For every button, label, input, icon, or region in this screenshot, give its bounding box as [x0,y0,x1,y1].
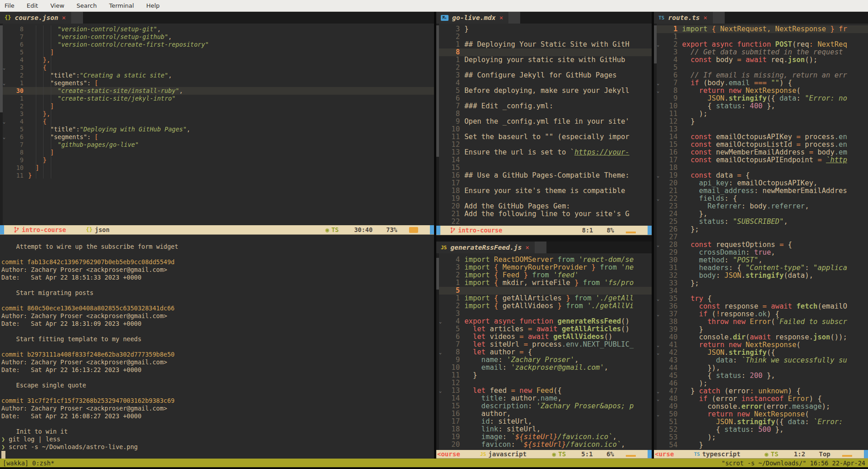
code-line[interactable]: 1import { NextRequest, NextResponse } fr [654,25,868,33]
code-line[interactable]: 6 [436,95,652,102]
code-line[interactable]: ⌄28 const requestOptions = { [654,241,868,249]
code-line[interactable]: 12 [436,141,652,149]
code-line[interactable]: 2 "title":"Creating a static site", [0,72,434,79]
code-line[interactable]: 17 [436,179,652,187]
code-line[interactable]: 33 }; [654,280,868,287]
code-line[interactable]: 53 ); [654,434,868,441]
code-line[interactable]: Date: Sat Apr 22 18:51:33 2023 +0000 [1,274,434,281]
code-line[interactable]: 6 // If email is missing, return an err [654,72,868,79]
code-line[interactable]: 15 [436,164,652,172]
code-line[interactable]: 31 headers: { "Content-type": "applica [654,264,868,272]
code-line[interactable]: ⌄6 "segments": [ [0,133,434,141]
code-line[interactable]: 10 { status: 400 }, [654,102,868,110]
code-line[interactable]: ⌄13 let feed = new Feed({ [436,387,652,395]
code-line[interactable]: 14 [436,156,652,164]
code-line[interactable]: Start fitting template to my needs [1,335,434,343]
code-line[interactable]: 13 [654,126,868,133]
code-line[interactable]: 9Open the _config.yml file in your site' [436,118,652,126]
code-line[interactable]: 16## Use a GitHub Pages-Compatible Theme… [436,172,652,179]
code-line[interactable]: 3 // Get data submitted in the request [654,48,868,56]
code-line[interactable]: 26 }; [654,226,868,233]
code-line[interactable]: 2 [436,64,652,72]
code-line[interactable]: commit fab13c842c13967962907b0eb5eb9cc08… [1,258,434,266]
editor-go-live-mdx[interactable]: 3}21## Deploying Your Static Site with G… [436,24,652,226]
code-line[interactable]: 7 "github-pages/go-live" [0,141,434,149]
code-line[interactable] [1,251,434,258]
code-line[interactable]: 51 JSON.stringify({ data: `Error: [654,418,868,426]
tab-go-live-mdx[interactable]: M↓ go-live.mdx × [436,12,508,24]
code-line[interactable] [1,281,434,289]
code-line[interactable]: 13Ensure the url is set to `https://your… [436,149,652,156]
code-line[interactable] [1,328,434,335]
code-line[interactable]: 22 [436,218,652,226]
code-line[interactable]: ❯ scrot -s ~/Downloads/astro-live.png [1,443,434,451]
code-line[interactable]: ⌄47 } catch (error: unknown) { [654,387,868,395]
code-line[interactable]: 3## Configure Jekyll for GitHub Pages [436,72,652,79]
code-line[interactable]: 5 [436,287,652,295]
code-line[interactable]: 3 [436,310,652,318]
code-line[interactable]: 46 ); [654,380,868,387]
code-line[interactable]: 11 ); [654,110,868,118]
code-line[interactable]: 11 } [436,372,652,379]
code-line[interactable]: 36 const response = await fetch(emailO [654,303,868,310]
scrollbar[interactable] [436,253,439,450]
code-line[interactable]: 1 "create-static-site/jekyl-intro" [0,95,434,102]
scrollbar[interactable] [0,24,3,225]
code-line[interactable]: 17 const emailOctopusAPIEndpoint = `http [654,156,868,164]
tab-route-ts[interactable]: TS route.ts × [654,12,713,24]
code-line[interactable]: 7 let siteUrl = process.env.NEXT_PUBLIC_ [436,341,652,348]
terminal-shell-pane[interactable]: Attempt to wire up the subscribe form wi… [0,235,434,459]
code-line[interactable]: 10 ] [0,164,434,172]
code-line[interactable]: 15 description: 'Zachary Proser&apos; p [436,402,652,410]
code-line[interactable]: ⌄41 return new NextResponse( [654,341,868,349]
code-line[interactable]: 29 crossDomain: true, [654,249,868,256]
code-line[interactable]: 17 id: siteUrl, [436,418,652,425]
editor-course-json[interactable]: 8 "version-control/setup-git",7 "version… [0,24,434,225]
code-line[interactable]: Date: Sat Apr 22 18:31:09 2023 +0000 [1,320,434,328]
code-line[interactable]: 49 console.error(error.message); [654,403,868,411]
code-line[interactable]: ⌄42 JSON.stringify({ [654,349,868,357]
code-line[interactable]: 16 author, [436,410,652,418]
code-line[interactable]: 24 }, [654,210,868,218]
code-line[interactable]: ⌄22 fields: { [654,195,868,203]
code-line[interactable]: 5 let articles = await getAllArticles() [436,325,652,333]
code-line[interactable]: 39 } [654,326,868,334]
code-line[interactable]: 3 }, [0,110,434,118]
code-line[interactable]: 10 email: 'zackproser@gmail.com', [436,364,652,372]
code-line[interactable]: 21 email_address: newMemberEmailAddres [654,187,868,195]
code-line[interactable]: 8 "version-control/setup-git", [0,25,434,33]
code-line[interactable]: ⌄1 "segments": [ [0,79,434,87]
code-line[interactable]: 7 "version-control/setup-github", [0,33,434,41]
code-line[interactable]: 27 [654,233,868,241]
code-line[interactable] [1,389,434,397]
code-line[interactable]: 5 ] [0,48,434,56]
close-icon[interactable]: × [499,14,503,21]
code-line[interactable]: 4 const body = await req.json(); [654,56,868,64]
code-line[interactable]: 1import { mkdir, writeFile } from 'fs/pr… [436,279,652,287]
code-line[interactable]: 9 name: 'Zachary Proser', [436,356,652,364]
tmux-session-window[interactable]: [wakka] 0:zsh* [3,459,54,467]
code-line[interactable]: 9 } [0,156,434,164]
code-line[interactable]: ⌄8 return new NextResponse( [654,87,868,95]
code-line[interactable]: Author: Zachary Proser <zackproser@gmail… [1,405,434,412]
code-line[interactable]: 5Before deploying, make sure your Jekyll [436,87,652,95]
code-line[interactable]: ⌄35 try { [654,295,868,303]
code-line[interactable]: ⌄19 const data = { [654,172,868,179]
code-line[interactable]: ❯ git log | less [1,435,434,443]
code-line[interactable] [1,451,434,459]
code-line[interactable]: Author: Zachary Proser <zackproser@gmail… [1,358,434,366]
code-line[interactable]: 14 const emailOctopusAPIKey = process.en [654,133,868,141]
scrollbar[interactable] [436,24,439,226]
code-line[interactable]: 2import { getAllVideos } from './getAllV… [436,302,652,310]
menu-file[interactable]: File [5,2,15,9]
code-line[interactable]: 52 { status: 500 }, [654,426,868,434]
code-line[interactable]: 6 "version-control/create-first-reposito… [0,41,434,48]
code-line[interactable]: commit 860c50ece1363e0408a802855c6350328… [1,305,434,312]
close-icon[interactable]: × [62,14,65,21]
code-line[interactable]: 1Deploying your static site with GitHub [436,56,652,64]
code-line[interactable]: 1## Deploying Your Static Site with GitH [436,41,652,48]
code-line[interactable]: 9 JSON.stringify({ data: "Error: no [654,95,868,102]
code-line[interactable]: Date: Sat Apr 22 16:08:27 2023 +0000 [1,412,434,420]
code-line[interactable]: ⌄8 let author = { [436,348,652,356]
code-line[interactable]: 6 let videos = await getAllVideos() [436,333,652,341]
